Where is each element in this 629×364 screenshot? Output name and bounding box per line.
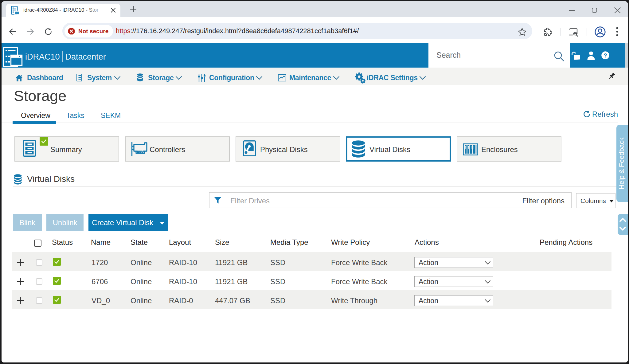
svg-text:?: ? xyxy=(604,52,607,59)
